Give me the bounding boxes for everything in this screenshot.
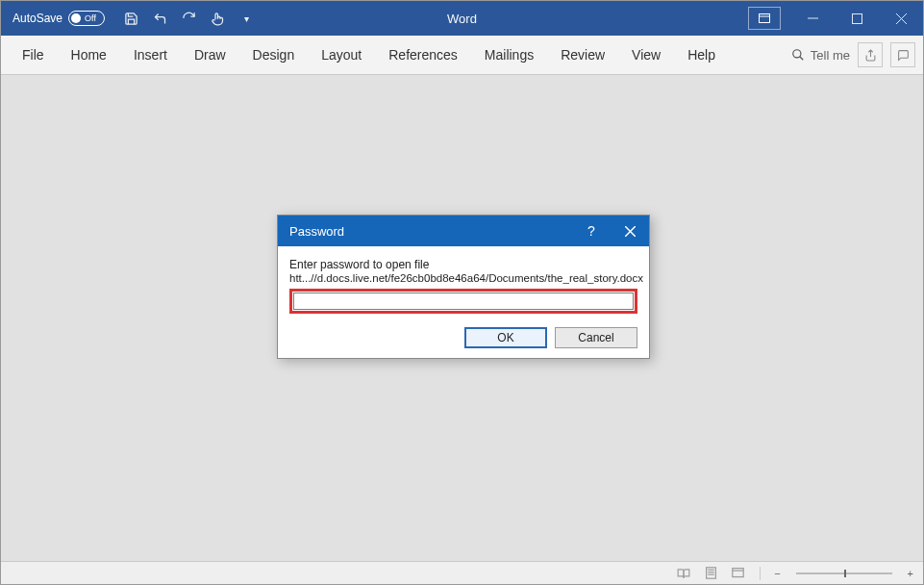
svg-line-7 bbox=[800, 57, 804, 61]
tab-help[interactable]: Help bbox=[674, 36, 729, 74]
zoom-slider[interactable] bbox=[796, 572, 892, 574]
tell-me-search[interactable]: Tell me bbox=[791, 48, 850, 63]
cancel-button[interactable]: Cancel bbox=[555, 327, 637, 348]
dialog-prompt: Enter password to open file bbox=[289, 258, 637, 271]
tab-layout[interactable]: Layout bbox=[308, 36, 375, 74]
toggle-dot-icon bbox=[71, 13, 81, 23]
svg-rect-11 bbox=[706, 568, 715, 578]
quick-access-toolbar: ▾ bbox=[122, 10, 255, 27]
svg-rect-3 bbox=[852, 13, 862, 23]
help-icon: ? bbox=[587, 223, 595, 239]
tab-mailings[interactable]: Mailings bbox=[471, 36, 547, 74]
share-icon bbox=[864, 49, 877, 62]
svg-point-6 bbox=[793, 50, 801, 58]
tab-design[interactable]: Design bbox=[239, 36, 309, 74]
titlebar-left: AutoSave Off ▾ bbox=[1, 10, 255, 27]
maximize-button[interactable] bbox=[835, 1, 879, 36]
minimize-button[interactable] bbox=[790, 1, 835, 36]
print-layout-icon[interactable] bbox=[702, 565, 719, 582]
ribbon-right: Tell me bbox=[791, 42, 915, 67]
save-icon[interactable] bbox=[122, 10, 139, 27]
dialog-titlebar-right: ? bbox=[572, 216, 649, 246]
titlebar-right bbox=[748, 1, 923, 36]
autosave-toggle[interactable]: AutoSave Off bbox=[12, 11, 105, 26]
touch-mode-icon[interactable] bbox=[209, 10, 226, 27]
autosave-label: AutoSave bbox=[12, 12, 62, 25]
dialog-title: Password bbox=[289, 224, 344, 239]
statusbar: − + bbox=[1, 561, 923, 584]
tell-me-label: Tell me bbox=[811, 48, 850, 63]
dialog-help-button[interactable]: ? bbox=[572, 216, 611, 246]
tab-home[interactable]: Home bbox=[58, 36, 120, 74]
svg-rect-0 bbox=[760, 14, 770, 23]
dialog-close-button[interactable] bbox=[611, 216, 649, 246]
tab-draw[interactable]: Draw bbox=[181, 36, 239, 74]
tab-file[interactable]: File bbox=[9, 36, 58, 74]
dialog-body: Enter password to open file htt...//d.do… bbox=[278, 246, 649, 358]
autosave-switch[interactable]: Off bbox=[68, 11, 105, 26]
ribbon-display-options-icon[interactable] bbox=[748, 7, 781, 30]
dialog-titlebar[interactable]: Password ? bbox=[278, 216, 649, 246]
ribbon-tabs: File Home Insert Draw Design Layout Refe… bbox=[1, 36, 923, 75]
password-field-highlight bbox=[289, 289, 637, 314]
zoom-slider-thumb[interactable] bbox=[844, 570, 846, 577]
comment-icon bbox=[897, 49, 910, 62]
share-button[interactable] bbox=[858, 42, 883, 67]
read-mode-icon[interactable] bbox=[675, 565, 692, 582]
web-layout-icon[interactable] bbox=[729, 565, 746, 582]
zoom-in-button[interactable]: + bbox=[908, 568, 913, 579]
zoom-out-button[interactable]: − bbox=[774, 568, 780, 579]
separator bbox=[760, 567, 761, 580]
titlebar: AutoSave Off ▾ Word bbox=[1, 1, 923, 36]
tab-review[interactable]: Review bbox=[547, 36, 618, 74]
app-title: Word bbox=[447, 12, 477, 26]
tab-references[interactable]: References bbox=[375, 36, 471, 74]
comments-button[interactable] bbox=[890, 42, 915, 67]
dialog-buttons: OK Cancel bbox=[289, 327, 637, 348]
tab-view[interactable]: View bbox=[618, 36, 674, 74]
close-button[interactable] bbox=[879, 1, 923, 36]
svg-rect-15 bbox=[732, 569, 742, 577]
dialog-file-path: htt...//d.docs.live.net/fe26cb0bd8e46a64… bbox=[289, 272, 637, 284]
tab-insert[interactable]: Insert bbox=[120, 36, 181, 74]
close-icon bbox=[625, 226, 636, 237]
customize-qat-icon[interactable]: ▾ bbox=[237, 10, 255, 27]
undo-icon[interactable] bbox=[151, 10, 168, 27]
redo-icon[interactable] bbox=[180, 10, 197, 27]
autosave-state: Off bbox=[85, 13, 96, 23]
password-input[interactable] bbox=[293, 292, 634, 310]
password-dialog: Password ? Enter password to open file h… bbox=[277, 215, 650, 359]
ok-button[interactable]: OK bbox=[464, 327, 547, 348]
search-icon bbox=[791, 48, 805, 62]
